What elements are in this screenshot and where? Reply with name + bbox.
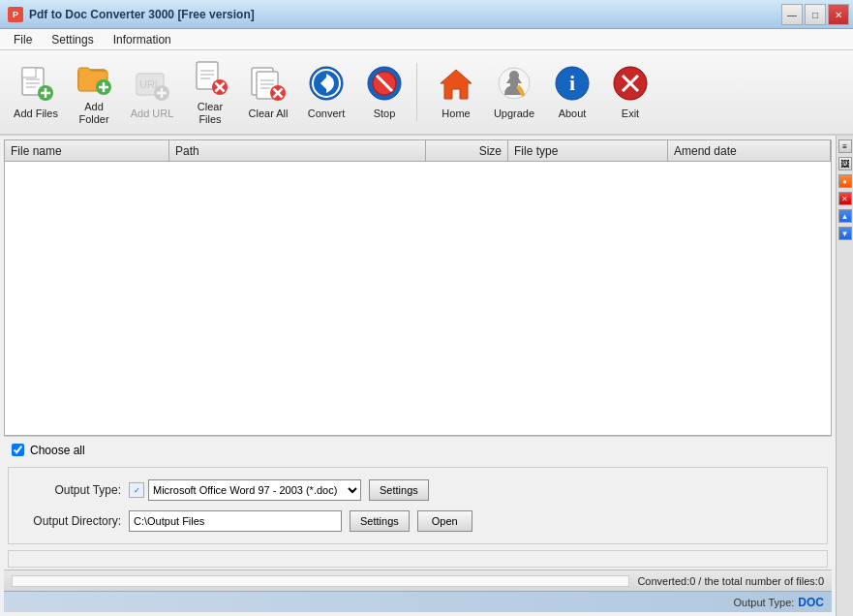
svg-marker-38	[441, 70, 472, 99]
window-controls: — □ ✕	[781, 4, 849, 25]
convert-icon	[306, 63, 347, 104]
stop-icon	[364, 63, 405, 104]
window-title: Pdf to Doc Converter 3000 [Free version]	[29, 8, 255, 21]
stop-label: Stop	[374, 108, 396, 120]
col-header-filename: File name	[5, 140, 169, 161]
minimize-button[interactable]: —	[781, 4, 803, 25]
add-folder-icon	[74, 58, 114, 97]
stop-button[interactable]: Stop	[356, 54, 412, 130]
menu-file[interactable]: File	[4, 31, 42, 48]
about-icon: i	[552, 63, 593, 104]
svg-text:i: i	[569, 71, 575, 95]
clear-files-label: Clear Files	[185, 101, 235, 126]
sidebar-btn-6[interactable]: ▼	[838, 227, 852, 240]
choose-all-checkbox[interactable]	[12, 444, 24, 456]
clear-files-button[interactable]: Clear Files	[182, 54, 238, 130]
output-dir-open-button[interactable]: Open	[417, 510, 472, 532]
choose-all-label[interactable]: Choose all	[30, 444, 85, 457]
sidebar-btn-4[interactable]: ✕	[838, 192, 852, 205]
choose-all-row: Choose all	[4, 436, 832, 463]
toolbar-separator	[416, 63, 424, 121]
status-bar: Converted:0 / the total number of files:…	[4, 570, 832, 591]
maximize-button[interactable]: □	[805, 4, 826, 25]
output-type-bar-label: Output Type:	[734, 597, 795, 608]
sidebar-btn-3[interactable]: ●	[838, 174, 852, 188]
home-label: Home	[442, 108, 470, 120]
output-dir-row: Output Directory: Settings Open	[24, 510, 811, 532]
exit-button[interactable]: Exit	[602, 54, 658, 130]
output-dir-settings-button[interactable]: Settings	[350, 510, 410, 532]
home-button[interactable]: Home	[428, 54, 484, 130]
output-type-label: Output Type:	[24, 483, 121, 497]
main-area: File name Path Size File type Amend date…	[0, 136, 853, 616]
svg-point-40	[509, 71, 519, 80]
status-text: Converted:0 / the total number of files:…	[637, 575, 824, 587]
exit-label: Exit	[622, 108, 639, 120]
add-files-button[interactable]: Add Files	[8, 54, 64, 130]
sidebar-btn-1[interactable]: ≡	[838, 139, 852, 153]
title-bar: P Pdf to Doc Converter 3000 [Free versio…	[0, 0, 853, 29]
home-icon	[436, 63, 476, 104]
file-table: File name Path Size File type Amend date	[4, 139, 832, 436]
add-folder-button[interactable]: Add Folder	[66, 54, 122, 130]
output-type-settings-button[interactable]: Settings	[369, 479, 429, 501]
add-url-icon: URL	[132, 63, 172, 104]
file-table-body[interactable]	[5, 162, 831, 435]
settings-panel: Output Type: ✓ Microsoft Office Word 97 …	[8, 467, 828, 544]
upgrade-button[interactable]: Upgrade	[486, 54, 542, 130]
clear-files-icon	[190, 58, 230, 97]
app-icon: P	[8, 7, 23, 22]
output-type-select[interactable]: Microsoft Office Word 97 - 2003 (*.doc)	[148, 479, 361, 501]
toolbar: Add Files Add Folder URL Add URL	[0, 50, 853, 136]
clear-all-icon	[248, 63, 289, 104]
output-type-check-icon: ✓	[129, 482, 144, 498]
output-type-bar-value: DOC	[798, 596, 824, 609]
add-files-icon	[15, 63, 56, 104]
sidebar-btn-5[interactable]: ▲	[838, 209, 852, 223]
convert-button[interactable]: Convert	[298, 54, 354, 130]
add-url-button: URL Add URL	[124, 54, 180, 130]
col-header-filetype: File type	[508, 140, 668, 161]
clear-all-label: Clear All	[249, 108, 289, 120]
close-button[interactable]: ✕	[828, 4, 849, 25]
upgrade-icon	[494, 63, 534, 104]
upgrade-label: Upgrade	[494, 108, 534, 120]
col-header-amenddate: Amend date	[668, 140, 831, 161]
add-files-label: Add Files	[14, 108, 58, 120]
menu-settings[interactable]: Settings	[42, 31, 103, 48]
exit-icon	[610, 63, 651, 104]
status-progress-bar	[12, 575, 629, 587]
clear-all-button[interactable]: Clear All	[240, 54, 296, 130]
output-type-row: Output Type: ✓ Microsoft Office Word 97 …	[24, 479, 811, 501]
output-dir-label: Output Directory:	[24, 514, 121, 528]
menu-bar: File Settings Information	[0, 29, 853, 50]
progress-area	[8, 550, 828, 568]
output-type-select-wrapper: ✓ Microsoft Office Word 97 - 2003 (*.doc…	[129, 479, 361, 501]
menu-information[interactable]: Information	[104, 31, 181, 48]
add-folder-label: Add Folder	[69, 101, 119, 126]
about-button[interactable]: i About	[544, 54, 600, 130]
col-header-path: Path	[169, 140, 426, 161]
right-sidebar: ≡ 🖼 ● ✕ ▲ ▼	[836, 136, 853, 616]
content-panel: File name Path Size File type Amend date…	[0, 136, 836, 616]
sidebar-btn-2[interactable]: 🖼	[838, 157, 852, 170]
col-header-size: Size	[426, 140, 508, 161]
output-dir-input[interactable]	[129, 510, 342, 532]
svg-rect-1	[22, 68, 36, 77]
file-table-header: File name Path Size File type Amend date	[5, 140, 831, 162]
output-type-bar: Output Type: DOC	[4, 591, 832, 612]
convert-label: Convert	[308, 108, 346, 120]
add-url-label: Add URL	[131, 108, 174, 120]
about-label: About	[559, 108, 587, 120]
